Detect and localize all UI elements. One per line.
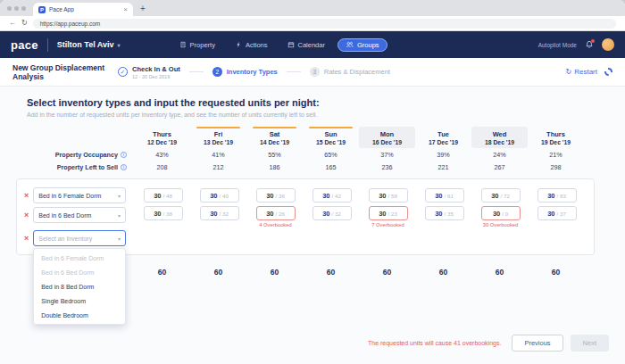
left-to-sell-value: 267 (471, 163, 528, 171)
property-name: Stilton Tel Aviv (57, 40, 114, 49)
restart-button[interactable]: ↻ Restart (566, 68, 598, 76)
total-units: 60 (190, 268, 246, 277)
steps: ✓ Check In & Out 12 - 20 Dec 2019 2 Inve… (118, 65, 390, 79)
autopilot-mode-label[interactable]: Autopilot Mode (538, 42, 577, 48)
units-input[interactable]: 30/ 32 (200, 206, 239, 220)
date-column-header: Fri13 Dec '19 (190, 127, 246, 148)
inventory-row: × Bed in 6 Bed Dorm ▾ 30/ 38 30/ 32 30/ … (17, 206, 594, 228)
units-input-overbooked[interactable]: 30/ 26 (256, 206, 296, 220)
left-to-sell-value: 212 (190, 163, 246, 171)
units-input-overbooked[interactable]: 30/ 0 (481, 206, 521, 220)
total-units: 60 (415, 268, 471, 277)
previous-button[interactable]: Previous (512, 335, 562, 352)
refresh-icon[interactable]: ↻ (21, 20, 28, 27)
left-to-sell-value: 186 (246, 163, 303, 171)
units-input[interactable]: 30/ 61 (425, 188, 464, 203)
total-units: 60 (528, 268, 584, 277)
date-header-row: Thurs12 Dec '19 Fri13 Dec '19 Sat14 Dec … (16, 127, 609, 148)
nav-label: Groups (357, 41, 379, 49)
app-header: pace Stilton Tel Aviv ▾ Property Actions… (0, 31, 625, 58)
chevron-down-icon: ▾ (118, 236, 121, 242)
step-connector (287, 71, 301, 72)
units-input[interactable]: 30/ 58 (369, 188, 408, 203)
tab-title: Pace App (49, 6, 120, 12)
section-subheading: Add in the number of requested units per… (27, 112, 609, 118)
page-title: New Group Displacement Analysis (12, 63, 118, 81)
step-check-in-out[interactable]: ✓ Check In & Out 12 - 20 Dec 2019 (118, 65, 180, 79)
units-input-overbooked[interactable]: 30/ 23 (369, 206, 408, 220)
dropdown-option[interactable]: Bed in 8 Bed Dorm (34, 279, 125, 294)
inventory-select[interactable]: Bed in 6 Bed Dorm ▾ (33, 207, 126, 223)
dropdown-option[interactable]: Single Bedroom (34, 294, 125, 308)
remove-row-icon[interactable]: × (24, 192, 29, 200)
gear-icon[interactable] (604, 68, 612, 76)
new-tab-button[interactable]: + (140, 4, 146, 13)
window-control-dot[interactable] (21, 6, 26, 11)
browser-address-bar: ← ↻ https://app.paceup.com (0, 16, 625, 31)
date-column-header: Mon16 Dec '19 (359, 127, 415, 148)
info-icon[interactable]: i (121, 152, 127, 158)
nav-item-property[interactable]: Property (172, 38, 222, 52)
step-rates-displacement[interactable]: 3 Rates & Displacement (310, 67, 390, 77)
occupancy-label: Property Occupancy (55, 151, 118, 159)
units-input[interactable]: 30/ 83 (538, 188, 577, 203)
occupancy-value: 39% (415, 151, 471, 159)
nav-label: Calendar (298, 41, 325, 49)
step-label: Rates & Displacement (324, 68, 390, 76)
remove-row-icon[interactable]: × (24, 211, 29, 219)
avatar[interactable] (602, 38, 614, 51)
units-input[interactable]: 30/ 36 (256, 188, 296, 203)
chevron-down-icon: ▾ (118, 193, 121, 199)
inventory-card: × Bed in 6 Female Dorm ▾ 30/ 48 30/ 40 3… (16, 178, 595, 255)
dropdown-option[interactable]: Double Bedroom (34, 308, 125, 322)
browser-tab[interactable]: P Pace App × (33, 3, 133, 16)
overbooked-note: 30 Overbooked (483, 222, 519, 228)
back-icon[interactable]: ← (9, 20, 16, 27)
date-column-header: Tue17 Dec '19 (415, 127, 471, 148)
info-icon[interactable]: i (121, 164, 127, 170)
units-input[interactable]: 30/ 32 (312, 206, 352, 220)
step-inventory-types[interactable]: 2 Inventory Types (212, 67, 278, 77)
notification-badge (591, 39, 595, 43)
units-input[interactable]: 30/ 40 (200, 188, 239, 203)
nav-item-groups[interactable]: Groups (338, 38, 388, 52)
pace-logo: pace (11, 38, 38, 52)
window-control-dot[interactable] (7, 6, 12, 11)
header-divider (47, 38, 48, 52)
overbooked-note: 4 Overbooked (259, 222, 291, 228)
tab-close-icon[interactable]: × (123, 6, 128, 13)
total-units: 60 (303, 268, 359, 277)
left-to-sell-value: 165 (303, 163, 359, 171)
stepper-bar: New Group Displacement Analysis ✓ Check … (0, 58, 625, 87)
occupancy-value: 24% (471, 151, 528, 159)
occupancy-value: 43% (134, 151, 190, 159)
inventory-select[interactable]: Bed in 6 Female Dorm ▾ (33, 187, 126, 203)
dropdown-option: Bed in 6 Female Dorm (34, 251, 125, 265)
total-units: 60 (471, 268, 528, 277)
units-input[interactable]: 30/ 37 (538, 206, 577, 220)
units-input[interactable]: 30/ 38 (144, 206, 183, 220)
footer-actions: The requested units will cause 41 overbo… (16, 327, 609, 364)
dropdown-option: Bed in 6 Bed Dorm (34, 265, 125, 279)
window-controls[interactable] (7, 6, 26, 11)
nav-item-calendar[interactable]: Calendar (280, 38, 332, 52)
property-selector[interactable]: Stilton Tel Aviv ▾ (57, 40, 121, 49)
total-units: 60 (246, 268, 303, 277)
building-icon (179, 41, 187, 48)
nav-item-actions[interactable]: Actions (228, 38, 275, 52)
next-button[interactable]: Next (571, 335, 609, 352)
window-control-dot[interactable] (14, 6, 19, 11)
inventory-select-open[interactable]: Select an Inventory ▾ (33, 230, 126, 246)
left-to-sell-value: 208 (134, 163, 190, 171)
bell-icon[interactable] (585, 40, 594, 49)
url-field[interactable]: https://app.paceup.com (33, 19, 616, 29)
check-icon: ✓ (118, 67, 128, 77)
url-text: https://app.paceup.com (40, 21, 101, 27)
header-right: Autopilot Mode (538, 38, 614, 51)
remove-row-icon[interactable]: × (24, 235, 29, 243)
units-input[interactable]: 30/ 48 (144, 188, 183, 203)
units-input[interactable]: 30/ 72 (481, 188, 521, 203)
units-input[interactable]: 30/ 42 (312, 188, 352, 203)
units-input[interactable]: 30/ 35 (425, 206, 464, 220)
left-to-sell-row: Property Left to Selli 208 212 186 165 2… (16, 161, 609, 173)
